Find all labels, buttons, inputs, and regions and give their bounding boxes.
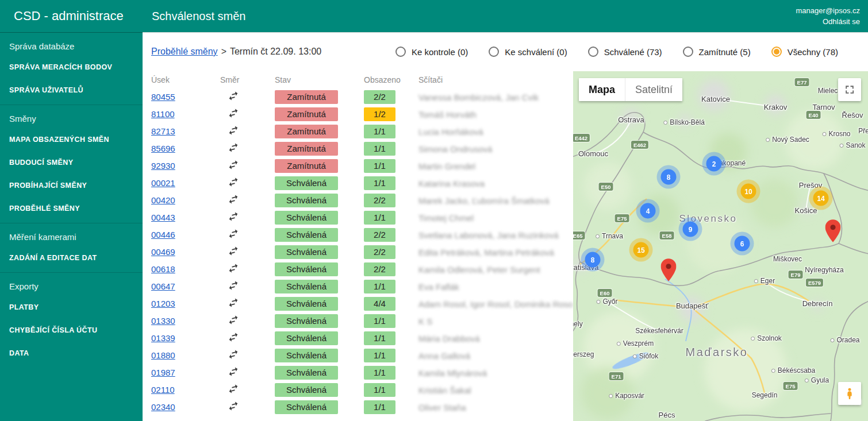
table-row: 01339Schválená1/1Mária Drabbová bbox=[151, 330, 573, 347]
usek-link[interactable]: 00469 bbox=[151, 247, 175, 257]
swap-arrows-icon bbox=[226, 261, 241, 276]
cluster-marker[interactable]: 8 bbox=[585, 252, 601, 268]
usek-link[interactable]: 02340 bbox=[151, 402, 175, 412]
swap-arrows-icon bbox=[226, 226, 241, 242]
sidebar-section: SměnyMAPA OBSAZENÝCH SMĚNBUDOUCÍ SMĚNYPR… bbox=[0, 105, 143, 223]
filter-radio-schvalene[interactable]: Schválené (73) bbox=[588, 47, 662, 57]
status-badge: Zamítnutá bbox=[275, 159, 338, 173]
pegman-icon bbox=[843, 387, 856, 400]
cluster-marker[interactable]: 2 bbox=[706, 156, 722, 172]
breadcrumb-link[interactable]: Proběhlé směny bbox=[151, 47, 218, 56]
filter-radio-ke-kontrole[interactable]: Ke kontrole (0) bbox=[395, 47, 468, 57]
sidebar-item-budouci-smeny[interactable]: BUDOUCÍ SMĚNY bbox=[0, 151, 143, 174]
pegman-control[interactable] bbox=[838, 382, 861, 405]
usek-link[interactable]: 01880 bbox=[151, 350, 175, 360]
cluster-marker[interactable]: 14 bbox=[813, 191, 829, 206]
usek-link[interactable]: 81100 bbox=[151, 109, 175, 119]
status-badge: Schválená bbox=[275, 297, 338, 311]
usek-link[interactable]: 92930 bbox=[151, 161, 175, 171]
usek-link[interactable]: 01330 bbox=[151, 316, 175, 326]
sidebar-item-chybejici-cisla-uctu[interactable]: CHYBĚJÍCÍ ČÍSLA ÚČTU bbox=[0, 319, 143, 342]
table-header: Úsek Směr Stav Obsazeno Sčítači bbox=[151, 71, 573, 88]
scitaci-names: Tomáš Horváth bbox=[418, 110, 573, 119]
swap-arrows-icon bbox=[226, 381, 241, 397]
satellite-view-button[interactable]: Satelitní bbox=[625, 78, 682, 101]
radio-label: Ke kontrole (0) bbox=[412, 47, 468, 57]
filter-radio-zamitnute[interactable]: Zamítnuté (5) bbox=[683, 47, 751, 57]
scitaci-names: Vanessa Bombiczová, Jan Cvik bbox=[418, 92, 573, 102]
usek-link[interactable]: 02110 bbox=[151, 385, 175, 395]
usek-link[interactable]: 00021 bbox=[151, 178, 175, 188]
sidebar-item-sprava-meracich-bodov[interactable]: SPRÁVA MERACÍCH BODOV bbox=[0, 56, 143, 79]
occupancy-badge: 1/1 bbox=[364, 142, 395, 156]
table-row: 01330Schválená1/1K S bbox=[151, 312, 573, 330]
usek-link[interactable]: 00446 bbox=[151, 230, 175, 240]
usek-link[interactable]: 01987 bbox=[151, 368, 175, 377]
sidebar-section-title: Měření kamerami bbox=[0, 223, 143, 246]
cluster-marker[interactable]: 4 bbox=[640, 203, 656, 219]
usek-link[interactable]: 85696 bbox=[151, 144, 175, 153]
radio-icon bbox=[588, 47, 598, 57]
map-view-button[interactable]: Mapa bbox=[579, 78, 625, 101]
occupancy-badge: 1/1 bbox=[364, 159, 395, 173]
occupancy-badge: 1/1 bbox=[364, 280, 395, 293]
cluster-marker[interactable]: 9 bbox=[683, 222, 698, 237]
usek-link[interactable]: 82713 bbox=[151, 126, 175, 136]
cluster-marker[interactable]: 15 bbox=[633, 242, 649, 258]
swap-arrows-icon bbox=[226, 140, 241, 156]
sidebar-section-title: Správa databáze bbox=[0, 33, 143, 56]
sidebar-item-data[interactable]: DATA bbox=[0, 342, 143, 365]
table-row: 80455Zamítnutá2/2Vanessa Bombiczová, Jan… bbox=[151, 88, 573, 106]
radio-icon bbox=[489, 47, 499, 57]
breadcrumb-separator: > bbox=[221, 47, 226, 56]
fullscreen-button[interactable] bbox=[838, 78, 861, 101]
scitaci-names: Timotej Chmel bbox=[418, 213, 573, 223]
scitaci-names: Edita Petráková, Martina Petráková bbox=[418, 248, 573, 257]
table-row: 00443Schválená1/1Timotej Chmel bbox=[151, 209, 573, 226]
filter-radio-ke-schvaleni[interactable]: Ke schválení (0) bbox=[489, 47, 567, 57]
status-badge: Zamítnutá bbox=[275, 125, 338, 138]
sidebar-item-sprava-uzivatelu[interactable]: SPRÁVA UŽIVATELŮ bbox=[0, 79, 143, 102]
occupancy-badge: 1/1 bbox=[364, 383, 395, 397]
map-canvas[interactable]: SlovenskoMaďarskoMielecKatoviceKrakovTar… bbox=[573, 71, 868, 421]
usek-link[interactable]: 01339 bbox=[151, 333, 175, 343]
usek-link[interactable]: 00443 bbox=[151, 213, 175, 222]
usek-link[interactable]: 00647 bbox=[151, 281, 175, 291]
swap-arrows-icon bbox=[226, 175, 241, 190]
sidebar-item-platby[interactable]: PLATBY bbox=[0, 296, 143, 319]
status-badge: Zamítnutá bbox=[275, 142, 338, 156]
status-badge: Schválená bbox=[275, 228, 338, 242]
radio-icon bbox=[683, 47, 693, 57]
swap-arrows-icon bbox=[226, 209, 241, 225]
status-badge: Schválená bbox=[275, 245, 338, 259]
map-pin-icon[interactable] bbox=[661, 258, 677, 281]
sidebar-item-zadani-a-editace-dat[interactable]: ZADÁNÍ A EDITACE DAT bbox=[0, 246, 143, 269]
scitaci-names: Simona Ondrusová bbox=[418, 144, 573, 154]
table-row: 85696Zamítnutá1/1Simona Ondrusová bbox=[151, 140, 573, 157]
cluster-marker[interactable]: 6 bbox=[735, 236, 750, 252]
sidebar-item-probihajici-smeny[interactable]: PROBÍHAJÍCÍ SMĚNY bbox=[0, 174, 143, 197]
occupancy-badge: 2/2 bbox=[364, 245, 395, 259]
usek-link[interactable]: 00618 bbox=[151, 264, 175, 274]
swap-arrows-icon bbox=[226, 106, 241, 121]
cluster-marker[interactable]: 10 bbox=[741, 184, 756, 199]
swap-arrows-icon bbox=[226, 399, 241, 414]
account-email: manager@ipsos.cz bbox=[796, 5, 860, 16]
filter-radio-group: Ke kontrole (0)Ke schválení (0)Schválené… bbox=[395, 47, 838, 57]
filter-radio-vsechny[interactable]: Všechny (78) bbox=[771, 47, 838, 57]
usek-link[interactable]: 00420 bbox=[151, 195, 175, 205]
scitaci-names: Marek Jacko, Ľubomíra Šmatková bbox=[418, 196, 573, 206]
occupancy-badge: 1/1 bbox=[364, 400, 395, 414]
sidebar-item-probehle-smeny[interactable]: PROBĚHLÉ SMĚNY bbox=[0, 197, 143, 220]
usek-link[interactable]: 01203 bbox=[151, 299, 175, 308]
occupancy-badge: 2/2 bbox=[364, 228, 395, 242]
topbar: Proběhlé směny>Termín čt 22.09. 13:00 Ke… bbox=[143, 32, 868, 71]
sidebar-item-mapa-obsazenych-smen[interactable]: MAPA OBSAZENÝCH SMĚN bbox=[0, 128, 143, 151]
cluster-marker[interactable]: 8 bbox=[661, 169, 677, 185]
usek-link[interactable]: 80455 bbox=[151, 92, 175, 102]
radio-label: Schválené (73) bbox=[604, 47, 662, 57]
logout-link[interactable]: Odhlásit se bbox=[796, 16, 860, 27]
breadcrumb-current: Termín čt 22.09. 13:00 bbox=[230, 47, 321, 56]
table-row: 81100Zamítnutá1/2Tomáš Horváth bbox=[151, 106, 573, 123]
map-pin-icon[interactable] bbox=[825, 219, 841, 242]
